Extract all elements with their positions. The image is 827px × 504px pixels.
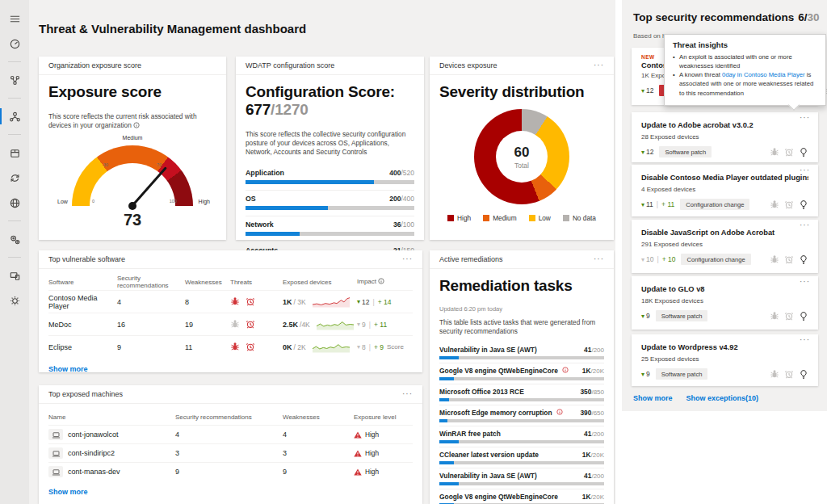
alarm-icon[interactable]	[784, 147, 794, 157]
bug-icon[interactable]	[770, 369, 779, 379]
alarm-icon[interactable]	[784, 200, 794, 209]
bug-icon[interactable]	[770, 147, 779, 157]
table-row[interactable]: cont-jonawolcot 4 4 High	[48, 425, 413, 443]
alarm-icon[interactable]	[784, 254, 794, 264]
card-header-label: Organization exposure score	[48, 61, 141, 69]
remediation-task[interactable]: Google V8 engine QtWebEngineCore1K/20K	[439, 489, 604, 504]
simulations-icon[interactable]	[0, 167, 29, 188]
dashboard-icon[interactable]	[0, 33, 29, 54]
table-row[interactable]: cont-sindiripc2 3 3 High	[48, 443, 413, 462]
lightbulb-icon[interactable]	[799, 369, 808, 379]
show-more-link[interactable]: Show more	[48, 365, 413, 373]
hunting-icon[interactable]	[0, 192, 29, 213]
lightbulb-icon[interactable]	[799, 147, 808, 157]
alarm-icon[interactable]	[246, 319, 255, 329]
more-menu-icon[interactable]: ···	[800, 115, 810, 121]
remediation-task[interactable]: CCleaner latest version update1K/20K	[439, 447, 604, 468]
show-more-link[interactable]: Show more	[633, 394, 673, 402]
legend-swatch	[483, 215, 489, 221]
remediation-task[interactable]: Microsoft Edge memory corruption390/650	[439, 405, 604, 426]
severity-title: Severity distribution	[439, 83, 604, 101]
lightbulb-icon[interactable]	[799, 254, 808, 264]
machine-name[interactable]: cont-sindiripc2	[68, 449, 115, 457]
config-category-row[interactable]: OS200/400	[246, 191, 414, 216]
more-menu-icon[interactable]: ···	[800, 167, 810, 174]
bug-icon[interactable]	[230, 319, 240, 329]
alarm-icon[interactable]	[784, 311, 794, 321]
more-menu-icon[interactable]: ···	[402, 391, 413, 397]
alert-info-icon[interactable]	[556, 409, 563, 417]
gauge-tick: 70	[157, 162, 162, 167]
recommendation-title: Update to Adobe acrobat v3.0.2	[641, 121, 808, 129]
progress-track	[246, 206, 414, 210]
more-menu-icon[interactable]: ···	[594, 62, 604, 69]
threat-link[interactable]: 0day in Contoso Media Player	[722, 71, 805, 78]
config-category-row[interactable]: Application400/520	[246, 165, 414, 191]
warning-icon	[354, 431, 362, 439]
recommendation-card[interactable]: ··· Update to Adobe acrobat v3.0.2 28 Ex…	[632, 112, 818, 162]
software-name[interactable]: Contoso Media Player	[48, 294, 117, 310]
machines-list-icon[interactable]	[0, 69, 29, 90]
config-category-row[interactable]: Network36/100	[246, 216, 414, 242]
machine-name[interactable]: cont-manas-dev	[68, 468, 120, 476]
recommendation-title: Disable JavaScript on Adobe Acrobat	[641, 229, 808, 237]
recommendation-card[interactable]: ··· Update to Wordpress v4.92 25 Exposed…	[632, 334, 818, 386]
info-icon[interactable]	[133, 122, 140, 131]
investigations-icon[interactable]	[0, 142, 29, 163]
bug-icon[interactable]	[770, 200, 779, 209]
more-menu-icon[interactable]: ···	[800, 279, 810, 285]
tooltip-title: Threat insights	[673, 40, 817, 49]
severity-legend: High Medium Low No data	[439, 214, 604, 222]
remediation-task[interactable]: Vulnerability in Java SE (AWT)41/200	[439, 468, 604, 489]
configuration-devices-icon[interactable]	[0, 265, 29, 286]
more-menu-icon[interactable]: ···	[594, 256, 604, 262]
recommendation-card[interactable]: ··· Update to GLO v8 18K Exposed devices…	[632, 276, 818, 330]
tvm-dashboard-icon[interactable]	[0, 106, 29, 127]
remediation-task[interactable]: WinRAR free patch41/200	[439, 426, 604, 447]
active-remediations-card: Active remediations··· Remediation tasks…	[430, 250, 614, 504]
more-menu-icon[interactable]: ···	[800, 222, 810, 229]
remediation-task[interactable]: Google V8 engine QtWebEngineCore1K/20K	[439, 363, 604, 384]
more-menu-icon[interactable]: ···	[800, 337, 810, 343]
bug-icon[interactable]	[770, 254, 779, 264]
show-exceptions-link[interactable]: Show exceptions(10)	[686, 394, 759, 402]
category-label: OS	[246, 195, 256, 203]
alarm-icon[interactable]	[246, 342, 255, 351]
task-label: Microsoft Office 2013 RCE	[439, 388, 524, 396]
machine-name[interactable]: cont-jonawolcot	[68, 430, 119, 439]
info-icon[interactable]	[378, 278, 384, 286]
table-row[interactable]: Eclipse 9 11 0K / 2K ▾8|+ 9Score	[48, 335, 413, 358]
recommendation-title: Disable Contoso Media Player outdated pl…	[641, 174, 808, 182]
lightbulb-icon[interactable]	[799, 311, 808, 321]
progress-fill	[439, 440, 459, 443]
progress-track	[246, 232, 414, 236]
down-arrow-icon: ▾	[641, 313, 644, 320]
severity-donut-chart[interactable]: 60 Total	[474, 109, 569, 204]
table-row[interactable]: MeDoc 16 19 2.5K/4K ▾9|+ 11	[48, 313, 413, 335]
lightbulb-icon[interactable]	[799, 200, 808, 209]
remediation-task[interactable]: Vulnerability in Java SE (AWT)41/200	[439, 342, 604, 363]
alarm-icon[interactable]	[246, 296, 255, 306]
table-row[interactable]: cont-manas-dev 9 9 High	[48, 462, 413, 481]
recommendation-card[interactable]: ··· Disable Contoso Media Player outdate…	[632, 165, 818, 216]
bug-icon[interactable]	[230, 296, 240, 306]
software-name[interactable]: MeDoc	[48, 321, 117, 329]
panel-links: Show more Show exceptions(10)	[633, 394, 758, 402]
bug-icon[interactable]	[230, 342, 240, 351]
table-row[interactable]: Contoso Media Player 4 8 1K / 3K ▾12|+ 1…	[48, 290, 413, 313]
legend-swatch	[447, 215, 454, 221]
show-more-link[interactable]: Show more	[48, 488, 413, 496]
settings-icon[interactable]	[0, 290, 29, 311]
configuration-score-title: Configuration Score:	[246, 83, 414, 101]
alarm-icon[interactable]	[784, 369, 794, 379]
bug-icon[interactable]	[770, 311, 779, 321]
more-menu-icon[interactable]: ···	[402, 256, 413, 262]
recommendations-title: Top security recommendations6/30	[633, 11, 820, 23]
alert-info-icon[interactable]	[562, 367, 569, 375]
menu-icon[interactable]	[0, 8, 29, 29]
remediation-task[interactable]: Microsoft Office 2013 RCE350/850	[439, 384, 604, 405]
recommendation-card[interactable]: ··· Disable JavaScript on Adobe Acrobat …	[632, 220, 818, 273]
software-name[interactable]: Eclipse	[48, 343, 117, 351]
partners-icon[interactable]	[0, 229, 29, 250]
progress-fill	[439, 482, 459, 485]
